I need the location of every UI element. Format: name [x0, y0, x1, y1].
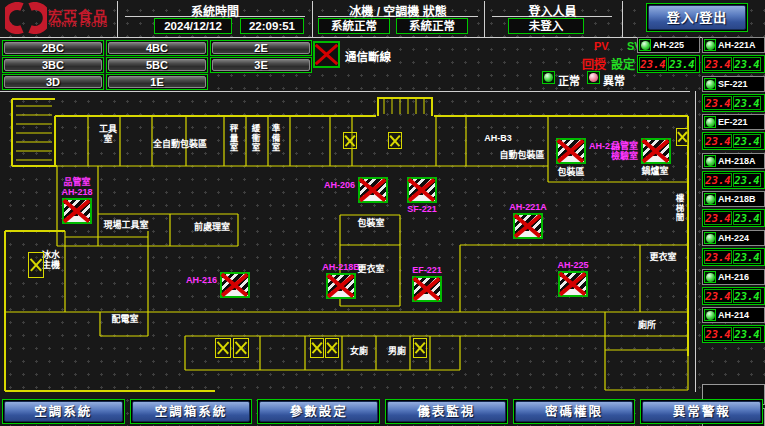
room-label: 鍋爐室 — [640, 166, 670, 176]
system-time-label: 系統時間 — [145, 2, 285, 19]
ahu-list-item-ah-221a[interactable]: AH-221A23.423.4 — [702, 37, 765, 73]
plan-device-10[interactable]: AH-216 — [220, 272, 250, 298]
ahu-unit-icon[interactable] — [358, 177, 388, 203]
ahu-name: AH-214 — [718, 310, 749, 320]
ahu-list-item-ah-214[interactable]: AH-21423.423.4 — [702, 307, 765, 343]
ahu-unit-icon[interactable] — [412, 276, 442, 302]
login-logout-button[interactable]: 登入/登出 — [648, 5, 746, 30]
floor-button-4bc[interactable]: 4BC — [108, 42, 206, 54]
ahu-list-item-ah-218a[interactable]: AH-218A23.423.4 — [702, 153, 765, 189]
plan-device-1[interactable]: 品管室AH-218 — [62, 198, 92, 224]
nav-ac-system[interactable]: 空調系統 — [4, 401, 123, 422]
stair-marker-6 — [233, 338, 249, 358]
pv-name-label: 回授 — [582, 55, 606, 72]
pv-value: 23.4 — [704, 211, 732, 225]
floor-button-frame: 1E — [106, 74, 208, 90]
ahu-values: 23.423.4 — [702, 55, 765, 73]
hunya-logo-icon — [5, 2, 47, 34]
ahu-unit-icon[interactable] — [220, 272, 250, 298]
status-led-icon — [704, 155, 716, 167]
ahu-name: AH-218B — [718, 194, 756, 204]
ahu-unit-icon[interactable] — [513, 213, 543, 239]
room-label: 女廁 — [348, 346, 370, 356]
plan-device-4[interactable]: AH-221A — [513, 213, 543, 239]
plan-device-3[interactable]: SF-221 — [407, 177, 437, 203]
ahu-list-item-sf-221[interactable]: SF-22123.423.4 — [702, 76, 765, 112]
floor-button-frame: 3E — [210, 57, 312, 73]
plan-device-9[interactable]: 品管室檢驗室 — [641, 138, 671, 164]
floor-button-1e[interactable]: 1E — [108, 76, 206, 88]
ahu-name-box: AH-218A — [702, 153, 765, 169]
device-label-line: AH-218 — [61, 187, 92, 197]
device-label-line: AH-206 — [324, 180, 355, 190]
room-label: 男廁 — [386, 346, 408, 356]
plan-device-2[interactable]: AH-206 — [358, 177, 388, 203]
status-led-icon — [704, 271, 716, 283]
plan-device-7[interactable]: EF-221 — [412, 276, 442, 302]
plan-device-5[interactable]: AH-225 — [558, 271, 588, 297]
pv-header-label: PV — [594, 40, 609, 52]
sv-value: 23.4 — [733, 57, 761, 71]
ahu-list-item-ah-218b[interactable]: AH-218B23.423.4 — [702, 191, 765, 227]
sv-value: 23.4 — [733, 96, 761, 110]
ahu-unit-icon[interactable] — [558, 271, 588, 297]
abnormal-led-icon — [587, 71, 600, 84]
nav-meter-monitor[interactable]: 儀表監視 — [387, 401, 506, 422]
ahu-list-item-ef-221[interactable]: EF-22123.423.4 — [702, 114, 765, 150]
pv-value: 23.4 — [704, 327, 732, 341]
nav-button-frame: 參數設定 — [257, 399, 380, 424]
ahu-list-item-ah-224[interactable]: AH-22423.423.4 — [702, 230, 765, 266]
pv-value: 23.4 — [704, 96, 732, 110]
ahu-unit-icon[interactable] — [641, 138, 671, 164]
ahu-name-box: EF-221 — [702, 114, 765, 130]
ahu-values: 23.423.4 — [702, 287, 765, 305]
plan-device-8[interactable]: AH-214 — [556, 138, 586, 164]
device-label: SF-221 — [407, 204, 437, 214]
room-label: 包裝室 — [356, 218, 386, 228]
nav-password-auth[interactable]: 密碼權限 — [515, 401, 634, 422]
nav-ahu-system[interactable]: 空調箱系統 — [132, 401, 251, 422]
room-label: 廁所 — [636, 320, 658, 330]
ahu-list-item-ah-216[interactable]: AH-21623.423.4 — [702, 269, 765, 305]
status-led-icon — [704, 78, 716, 90]
ahu-name: AH-221A — [718, 40, 756, 50]
device-label: 品管室AH-218 — [61, 177, 92, 197]
room-label: 秤量室 — [228, 124, 238, 153]
ahu-unit-icon[interactable] — [556, 138, 586, 164]
ahu-unit-icon[interactable] — [326, 273, 356, 299]
device-label: EF-221 — [412, 265, 442, 275]
ahu-name-box: AH-216 — [702, 269, 765, 285]
nav-button-frame: 異常警報 — [640, 399, 763, 424]
sv-value: 23.4 — [733, 289, 761, 303]
pv-value: 23.4 — [704, 57, 732, 71]
ahu-name-box: AH-218B — [702, 191, 765, 207]
led-dot — [706, 118, 715, 127]
device-label-line: AH-218B — [322, 262, 360, 272]
nav-alarm[interactable]: 異常警報 — [642, 401, 761, 422]
ahu-name-box: AH-214 — [702, 307, 765, 323]
plan-device-6[interactable]: AH-218B — [326, 273, 356, 299]
stair-marker-9 — [413, 338, 427, 358]
ahu-name: AH-216 — [718, 272, 749, 282]
status-section-label: 冰機 / 空調機 狀態 — [318, 2, 478, 19]
pv-value: 23.4 — [639, 57, 667, 71]
floor-button-3e[interactable]: 3E — [212, 59, 310, 71]
sv-value: 23.4 — [733, 173, 761, 187]
floor-button-2e[interactable]: 2E — [212, 42, 310, 54]
comm-loss-legend-label: 通信斷線 — [345, 48, 391, 64]
floor-button-2bc[interactable]: 2BC — [4, 42, 102, 54]
ahu-name: AH-225 — [653, 40, 684, 50]
nav-param-settings[interactable]: 參數設定 — [259, 401, 378, 422]
status-led-icon — [639, 39, 651, 51]
ahu-unit-icon[interactable] — [62, 198, 92, 224]
ac-status-value: 系統正常 — [396, 18, 468, 34]
floor-button-3bc[interactable]: 3BC — [4, 59, 102, 71]
room-label: 樓梯間 — [674, 194, 684, 223]
floor-button-5bc[interactable]: 5BC — [108, 59, 206, 71]
ahu-unit-icon[interactable] — [407, 177, 437, 203]
ahu-values: 23.4 23.4 — [637, 55, 700, 73]
device-label-line: AH-221A — [509, 202, 547, 212]
pv-value: 23.4 — [704, 250, 732, 264]
floor-button-3d[interactable]: 3D — [4, 76, 102, 88]
ahu-top-block[interactable]: AH-225 23.4 23.4 — [637, 37, 700, 73]
